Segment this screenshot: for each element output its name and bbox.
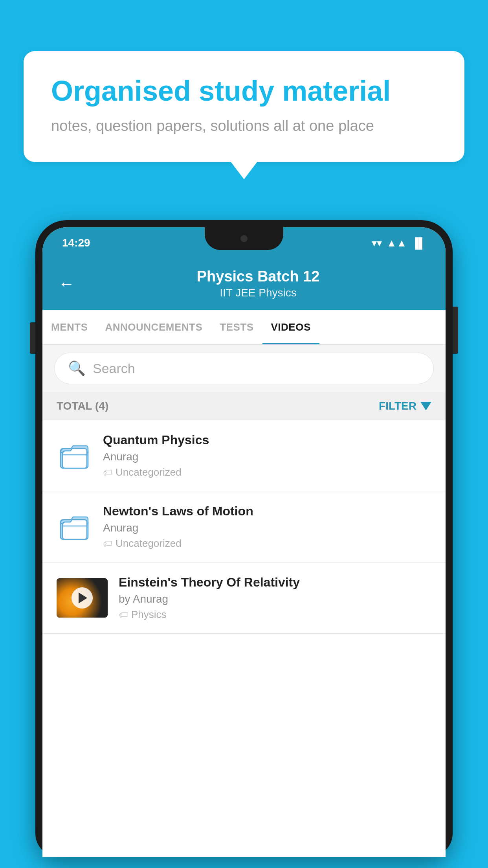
speech-bubble: Organised study material notes, question… xyxy=(24,51,464,162)
video-thumbnail xyxy=(57,578,108,618)
video-info: Newton's Laws of Motion Anurag 🏷 Uncateg… xyxy=(103,504,431,550)
status-time: 14:29 xyxy=(62,237,90,249)
battery-icon: ▐▌ xyxy=(411,237,426,249)
promo-section: Organised study material notes, question… xyxy=(24,51,464,162)
status-bar: 14:29 ▾▾ ▲▲ ▐▌ xyxy=(42,227,446,259)
promo-subtitle: notes, question papers, solutions all at… xyxy=(51,118,437,134)
tag-label: Uncategorized xyxy=(116,537,182,550)
folder-icon xyxy=(57,509,92,544)
app-header: ← Physics Batch 12 IIT JEE Physics xyxy=(42,259,446,310)
search-box[interactable]: 🔍 Search xyxy=(54,353,434,384)
search-container: 🔍 Search xyxy=(42,345,446,392)
phone-outer: 14:29 ▾▾ ▲▲ ▐▌ ← Physics Batch 12 IIT JE… xyxy=(35,220,453,857)
filter-bar: TOTAL (4) FILTER xyxy=(42,392,446,420)
wifi-icon: ▾▾ xyxy=(372,237,382,249)
total-count: TOTAL (4) xyxy=(57,400,108,412)
notch xyxy=(205,227,283,250)
search-placeholder: Search xyxy=(93,361,135,376)
phone-container: 14:29 ▾▾ ▲▲ ▐▌ ← Physics Batch 12 IIT JE… xyxy=(35,220,453,868)
video-title: Einstein's Theory Of Relativity xyxy=(119,575,431,590)
signal-icon: ▲▲ xyxy=(387,237,407,249)
camera-dot xyxy=(240,235,248,242)
video-list: Quantum Physics Anurag 🏷 Uncategorized xyxy=(42,420,446,634)
play-button[interactable] xyxy=(72,587,93,609)
tabs-bar: MENTS ANNOUNCEMENTS TESTS VIDEOS xyxy=(42,310,446,345)
filter-button[interactable]: FILTER xyxy=(379,400,431,412)
tag-icon: 🏷 xyxy=(103,467,112,478)
list-item[interactable]: Einstein's Theory Of Relativity by Anura… xyxy=(42,563,446,634)
status-icons: ▾▾ ▲▲ ▐▌ xyxy=(372,237,426,249)
video-info: Einstein's Theory Of Relativity by Anura… xyxy=(119,575,431,621)
tag-label: Uncategorized xyxy=(116,466,182,478)
video-info: Quantum Physics Anurag 🏷 Uncategorized xyxy=(103,433,431,478)
filter-triangle-icon xyxy=(420,402,431,410)
video-author: by Anurag xyxy=(119,593,431,605)
list-item[interactable]: Quantum Physics Anurag 🏷 Uncategorized xyxy=(42,420,446,491)
video-tag: 🏷 Uncategorized xyxy=(103,466,431,478)
tab-ments[interactable]: MENTS xyxy=(42,310,97,344)
phone-screen: 14:29 ▾▾ ▲▲ ▐▌ ← Physics Batch 12 IIT JE… xyxy=(42,227,446,857)
tag-label: Physics xyxy=(131,609,167,621)
video-author: Anurag xyxy=(103,451,431,463)
list-item[interactable]: Newton's Laws of Motion Anurag 🏷 Uncateg… xyxy=(42,491,446,563)
search-icon: 🔍 xyxy=(68,360,86,377)
play-icon xyxy=(79,592,87,603)
tab-tests[interactable]: TESTS xyxy=(211,310,262,344)
tag-icon: 🏷 xyxy=(103,538,112,549)
video-title: Newton's Laws of Motion xyxy=(103,504,431,519)
promo-title: Organised study material xyxy=(51,75,437,107)
back-button[interactable]: ← xyxy=(58,276,75,292)
tab-videos[interactable]: VIDEOS xyxy=(262,310,319,344)
video-author: Anurag xyxy=(103,522,431,534)
header-title-group: Physics Batch 12 IIT JEE Physics xyxy=(86,268,430,299)
filter-label: FILTER xyxy=(379,400,416,412)
tag-icon: 🏷 xyxy=(119,609,128,620)
folder-icon xyxy=(57,438,92,473)
header-subtitle: IIT JEE Physics xyxy=(86,287,430,299)
header-title: Physics Batch 12 xyxy=(86,268,430,285)
video-tag: 🏷 Uncategorized xyxy=(103,537,431,550)
tab-announcements[interactable]: ANNOUNCEMENTS xyxy=(97,310,211,344)
video-tag: 🏷 Physics xyxy=(119,609,431,621)
video-title: Quantum Physics xyxy=(103,433,431,447)
